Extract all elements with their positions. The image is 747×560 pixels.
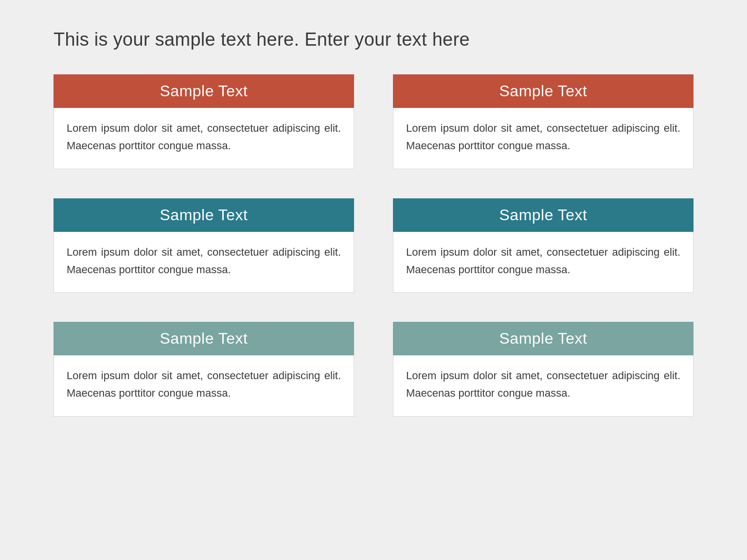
card-1-body-text: Lorem ipsum dolor sit amet, consectetuer… <box>67 120 341 155</box>
card-6-body: Lorem ipsum dolor sit amet, consectetuer… <box>393 355 694 417</box>
card-1: Sample TextLorem ipsum dolor sit amet, c… <box>53 74 354 169</box>
card-1-header: Sample Text <box>53 74 354 108</box>
card-6-body-text: Lorem ipsum dolor sit amet, consectetuer… <box>406 367 680 402</box>
card-5-header: Sample Text <box>53 322 354 355</box>
card-3-body-text: Lorem ipsum dolor sit amet, consectetuer… <box>67 244 341 279</box>
card-3-header: Sample Text <box>53 198 354 232</box>
card-6: Sample TextLorem ipsum dolor sit amet, c… <box>393 322 694 417</box>
card-3-header-label: Sample Text <box>160 206 248 224</box>
card-5-header-label: Sample Text <box>160 330 248 347</box>
card-4-body: Lorem ipsum dolor sit amet, consectetuer… <box>393 232 694 293</box>
card-2-body: Lorem ipsum dolor sit amet, consectetuer… <box>393 108 694 169</box>
page-container: This is your sample text here. Enter you… <box>0 0 747 560</box>
card-3: Sample TextLorem ipsum dolor sit amet, c… <box>53 198 354 293</box>
card-2: Sample TextLorem ipsum dolor sit amet, c… <box>393 74 694 169</box>
page-title: This is your sample text here. Enter you… <box>53 29 694 50</box>
card-3-body: Lorem ipsum dolor sit amet, consectetuer… <box>53 232 354 293</box>
card-2-header-label: Sample Text <box>499 82 587 100</box>
card-2-body-text: Lorem ipsum dolor sit amet, consectetuer… <box>406 120 680 155</box>
card-4-header-label: Sample Text <box>499 206 587 224</box>
card-6-header: Sample Text <box>393 322 694 355</box>
card-1-header-label: Sample Text <box>160 82 248 100</box>
card-5-body-text: Lorem ipsum dolor sit amet, consectetuer… <box>67 367 341 402</box>
card-1-body: Lorem ipsum dolor sit amet, consectetuer… <box>53 108 354 169</box>
card-5: Sample TextLorem ipsum dolor sit amet, c… <box>53 322 354 417</box>
card-grid: Sample TextLorem ipsum dolor sit amet, c… <box>53 74 694 417</box>
card-6-header-label: Sample Text <box>499 330 587 347</box>
card-2-header: Sample Text <box>393 74 694 108</box>
card-4-header: Sample Text <box>393 198 694 232</box>
card-4: Sample TextLorem ipsum dolor sit amet, c… <box>393 198 694 293</box>
card-5-body: Lorem ipsum dolor sit amet, consectetuer… <box>53 355 354 417</box>
card-4-body-text: Lorem ipsum dolor sit amet, consectetuer… <box>406 244 680 279</box>
